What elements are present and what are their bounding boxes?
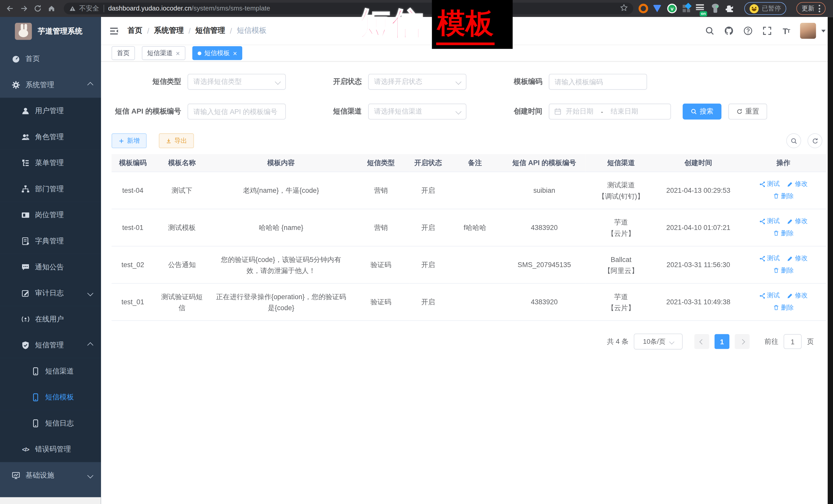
sidebar-item-menus[interactable]: 菜单管理	[0, 150, 101, 176]
edit-link[interactable]: 修改	[787, 253, 808, 264]
avatar-caret-down-icon[interactable]	[821, 29, 826, 32]
breadcrumb-home[interactable]: 首页	[127, 26, 142, 35]
sidebar-item-home[interactable]: 首页	[0, 46, 101, 72]
browser-update-button[interactable]: 更新	[796, 2, 826, 15]
github-icon[interactable]	[723, 25, 734, 36]
extension-green-v-icon[interactable]: v	[667, 4, 677, 13]
page-number-active[interactable]: 1	[715, 334, 730, 349]
search-icon	[790, 137, 797, 144]
trash-icon	[773, 267, 779, 273]
sidebar-item-system[interactable]: 系统管理	[0, 72, 101, 98]
extension-list-icon[interactable]: on	[696, 4, 705, 13]
actions-cell: 测试 修改 删除	[740, 246, 827, 283]
edit-link[interactable]: 修改	[787, 216, 808, 227]
sidebar-item-error-codes[interactable]: </> 错误码管理	[0, 436, 101, 462]
breadcrumb-system[interactable]: 系统管理	[154, 26, 184, 35]
sidebar-item-infrastructure[interactable]: 基础设施	[0, 462, 101, 488]
reset-button[interactable]: 重置	[729, 103, 767, 119]
delete-link[interactable]: 删除	[773, 302, 794, 313]
sidebar-collapse-button[interactable]	[109, 26, 119, 35]
browser-back-button[interactable]	[3, 2, 17, 16]
breadcrumb-sms[interactable]: 短信管理	[195, 26, 225, 35]
user-icon	[21, 106, 30, 115]
sidebar-item-roles[interactable]: 角色管理	[0, 124, 101, 150]
api-template-id-input[interactable]	[187, 103, 286, 119]
page-size-select[interactable]: 10条/页	[634, 334, 683, 350]
delete-link[interactable]: 删除	[773, 190, 794, 202]
bookmark-star-icon[interactable]	[620, 4, 628, 13]
dashboard-icon	[12, 54, 20, 63]
browser-forward-button[interactable]	[17, 2, 31, 16]
sms-type-select[interactable]: 请选择短信类型	[187, 74, 286, 90]
badge-icon	[21, 211, 30, 219]
create-time-range-picker[interactable]: 开始日期 - 结束日期	[549, 103, 671, 119]
browser-home-button[interactable]	[45, 2, 58, 16]
browser-reload-button[interactable]	[31, 2, 45, 16]
delete-link[interactable]: 删除	[773, 227, 794, 239]
test-link[interactable]: 测试	[759, 290, 780, 301]
chevron-up-icon	[88, 81, 93, 89]
tag-sms-template[interactable]: 短信模板 ×	[192, 46, 242, 60]
extension-blue-gem-icon[interactable]	[653, 4, 663, 13]
template-code-input[interactable]	[549, 74, 647, 90]
chevron-down-icon	[88, 289, 93, 297]
header-search-icon[interactable]	[705, 25, 715, 36]
profile-paused-button[interactable]: 已暂停	[744, 2, 786, 15]
sidebar-item-online-users[interactable]: 在线用户	[0, 306, 101, 332]
font-size-icon[interactable]: TT	[781, 25, 791, 36]
extension-orange-ring-icon[interactable]	[639, 4, 648, 13]
sidebar-item-sms-channel[interactable]: 短信渠道	[0, 358, 101, 384]
sms-channel-select[interactable]: 请选择短信渠道	[368, 103, 467, 119]
test-link[interactable]: 测试	[759, 178, 780, 190]
test-link[interactable]: 测试	[759, 216, 780, 227]
refresh-table-button[interactable]	[808, 133, 823, 148]
pagination: 共 4 条 10条/页 1 前往 页	[112, 334, 822, 350]
test-link[interactable]: 测试	[759, 253, 780, 264]
users-icon	[21, 133, 30, 141]
address-bar[interactable]: 不安全 dashboard.yudao.iocoder.cn/system/sm…	[64, 3, 633, 14]
sidebar-item-positions[interactable]: 岗位管理	[0, 202, 101, 228]
sidebar-item-sms-log[interactable]: 短信日志	[0, 410, 101, 436]
user-avatar[interactable]	[800, 23, 816, 39]
end-date-placeholder: 结束日期	[611, 106, 638, 116]
next-page-button[interactable]	[735, 334, 750, 349]
close-icon[interactable]: ×	[233, 50, 237, 57]
start-date-placeholder: 开始日期	[566, 106, 594, 116]
fullscreen-icon[interactable]	[762, 25, 772, 36]
add-button[interactable]: 新增	[112, 133, 147, 148]
sidebar-item-audit-log[interactable]: 审计日志	[0, 280, 101, 306]
shield-check-icon	[21, 341, 30, 349]
extension-spoon-icon[interactable]	[710, 4, 720, 13]
edit-link[interactable]: 修改	[787, 290, 808, 301]
show-search-toggle-button[interactable]	[786, 133, 801, 148]
sidebar-item-departments[interactable]: 部门管理	[0, 176, 101, 202]
extension-grid-icon[interactable]	[682, 4, 691, 13]
pen-icon	[787, 255, 793, 262]
chevron-down-icon	[455, 109, 461, 114]
close-icon[interactable]: ×	[176, 50, 180, 57]
goto-page-input[interactable]	[784, 334, 802, 349]
sidebar-logo[interactable]: 芋道管理系统	[0, 17, 101, 46]
prev-page-button[interactable]	[694, 334, 709, 349]
search-button[interactable]: 搜索	[683, 103, 721, 119]
sidebar-bottom-strip	[0, 497, 101, 504]
extensions-puzzle-icon[interactable]	[724, 4, 734, 13]
active-dot	[197, 51, 201, 55]
sidebar-item-sms[interactable]: 短信管理	[0, 332, 101, 358]
sidebar-item-users[interactable]: 用户管理	[0, 98, 101, 124]
sidebar-item-dictionary[interactable]: 字典管理	[0, 228, 101, 254]
tag-home[interactable]: 首页	[112, 46, 135, 60]
page-content: 短信类型 请选择短信类型 开启状态 请选择开启状态	[101, 62, 833, 504]
status-select[interactable]: 请选择开启状态	[368, 74, 467, 90]
sms-channel-label: 短信渠道	[292, 106, 362, 116]
edit-link[interactable]: 修改	[787, 178, 808, 190]
help-icon[interactable]	[743, 25, 753, 36]
browser-menu-kebab-icon[interactable]	[819, 5, 820, 12]
sidebar-item-announcements[interactable]: 通知公告	[0, 254, 101, 280]
goto-label: 前往	[765, 337, 778, 346]
sidebar-item-sms-template[interactable]: 短信模板	[0, 384, 101, 410]
share-icon	[759, 255, 765, 262]
tag-sms-channel[interactable]: 短信渠道 ×	[142, 46, 185, 60]
delete-link[interactable]: 删除	[773, 265, 794, 276]
export-button[interactable]: 导出	[159, 133, 194, 148]
